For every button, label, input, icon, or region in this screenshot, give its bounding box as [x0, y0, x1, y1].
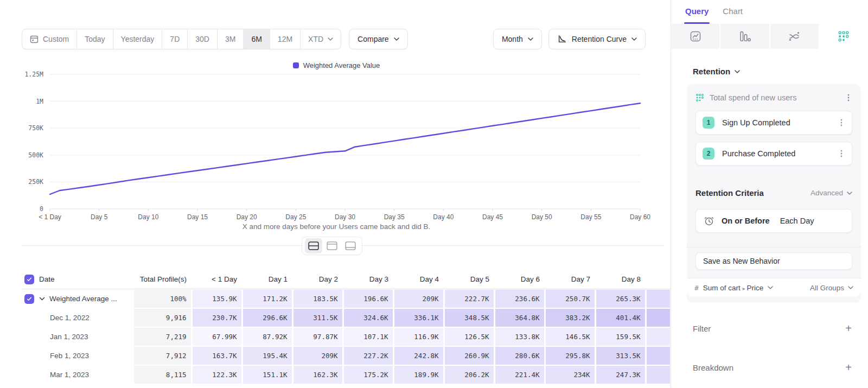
retention-value-cell: 175.2K [343, 365, 393, 384]
range-xtd[interactable]: XTD [301, 29, 341, 49]
behavior-icon [695, 93, 704, 102]
behavior-step-1[interactable]: 1 Sign Up Completed [695, 111, 852, 135]
row-checkbox[interactable] [24, 294, 34, 304]
svg-text:Day 50: Day 50 [532, 213, 552, 221]
column-header: Day 4 [393, 275, 444, 283]
chevron-down-icon [394, 37, 399, 41]
calendar-icon [30, 35, 39, 43]
measurement-dropdown[interactable]: Sum of cart ▸ Price [703, 284, 763, 292]
behavior-step-2[interactable]: 2 Purchase Completed [695, 142, 852, 166]
granularity-label: Month [502, 35, 523, 43]
column-header: Day 2 [292, 275, 343, 283]
retention-value-cell: 122.3K [192, 365, 242, 384]
svg-text:500K: 500K [28, 151, 43, 159]
layout-table-view-button[interactable] [342, 238, 359, 253]
tab-funnels[interactable] [720, 24, 770, 49]
retention-value-cell: 195.4K [242, 346, 292, 365]
measurement-row: # Sum of cart ▸ Price All Groups [687, 278, 861, 297]
retention-value-cell: 97.87K [292, 327, 343, 346]
table-row[interactable]: Weighted Average ...100%135.9K171.2K183.… [22, 289, 671, 308]
retention-value-cell-clipped [646, 289, 671, 308]
retention-value-cell: 295.8K [545, 346, 595, 365]
retention-value-cell: 401.4K [595, 308, 646, 327]
kebab-menu-icon[interactable] [838, 149, 845, 158]
card-divider [687, 247, 861, 247]
column-header: Total Profile(s) [133, 275, 192, 283]
retention-value-cell: 189.9K [393, 365, 444, 384]
all-groups-dropdown[interactable]: All Groups [810, 284, 853, 292]
row-checkbox[interactable] [24, 275, 34, 284]
add-filter-button[interactable]: + [845, 323, 852, 334]
add-breakdown-button[interactable]: + [845, 362, 852, 373]
range-today[interactable]: Today [77, 29, 113, 49]
table-row[interactable]: Mar 1, 20238,115122.3K151.1K162.3K175.2K… [22, 365, 671, 384]
retention-criteria-label: Retention Criteria [695, 188, 764, 198]
toolbar: CustomTodayYesterday7D30D3M6M12MXTD Comp… [22, 28, 646, 50]
range-custom[interactable]: Custom [22, 29, 77, 49]
retention-section-dropdown[interactable]: Retention [693, 67, 868, 76]
column-header: Day 5 [444, 275, 494, 283]
kebab-menu-icon[interactable] [845, 93, 852, 102]
tab-retention[interactable] [820, 24, 868, 49]
total-profiles-cell: 8,115 [133, 365, 192, 384]
tab-flows[interactable] [770, 24, 820, 49]
range-30d[interactable]: 30D [188, 29, 218, 49]
total-profiles-cell: 100% [133, 289, 192, 308]
advanced-dropdown[interactable]: Advanced [810, 189, 852, 197]
retention-value-cell: 67.99K [192, 327, 242, 346]
retention-value-cell-clipped [646, 327, 671, 346]
retention-value-cell: 222.7K [444, 289, 494, 308]
range-3m[interactable]: 3M [218, 29, 244, 49]
retention-curve-icon [557, 34, 567, 44]
range-12m[interactable]: 12M [270, 29, 301, 49]
range-6m[interactable]: 6M [244, 29, 270, 49]
svg-text:Day 35: Day 35 [384, 213, 405, 221]
retention-value-cell: 230.7K [192, 308, 242, 327]
flows-icon [788, 30, 800, 42]
retention-chart[interactable]: 0250K500K750K1M1.25M< 1 DayDay 5Day 10Da… [22, 59, 651, 221]
table-row[interactable]: Dec 1, 20229,916230.7K296.6K311.5K324.6K… [22, 308, 671, 327]
chart-caption: X and more days before your Users came b… [22, 222, 651, 231]
tab-query[interactable]: Query [685, 7, 709, 24]
table-row[interactable]: Jan 1, 20237,21967.99K87.92K97.87K107.1K… [22, 327, 671, 346]
compare-button[interactable]: Compare [349, 29, 408, 49]
panel-tabs: Query Chart [671, 0, 868, 24]
granularity-button[interactable]: Month [493, 29, 542, 49]
layout-toggle-group [302, 237, 362, 255]
section-title: Retention [693, 67, 730, 76]
report-type-tabs [671, 24, 868, 49]
retention-value-cell: 236.6K [494, 289, 545, 308]
retention-value-cell: 296.6K [242, 308, 292, 327]
layout-chart-view-button[interactable] [323, 238, 341, 253]
behavior-title: Total spend of new users [710, 93, 839, 102]
svg-text:Day 10: Day 10 [138, 213, 158, 221]
retention-condition[interactable]: On or Before Each Day [695, 209, 852, 233]
step-index-badge: 2 [703, 148, 714, 160]
breakdown-section: Breakdown + [693, 361, 852, 373]
kebab-menu-icon[interactable] [838, 118, 845, 127]
tab-chart[interactable]: Chart [723, 7, 743, 24]
layout-split-view-button[interactable] [305, 238, 322, 253]
svg-text:Day 40: Day 40 [433, 213, 454, 221]
svg-text:< 1 Day: < 1 Day [39, 213, 61, 221]
retention-value-cell: 159.5K [595, 327, 646, 346]
total-profiles-cell: 9,916 [133, 308, 192, 327]
table-row[interactable]: Feb 1, 20237,912163.7K195.4K209K227.2K24… [22, 346, 671, 365]
tab-insights[interactable] [671, 24, 720, 49]
save-as-new-behavior-button[interactable]: Save as New Behavior [695, 252, 852, 270]
range-7d[interactable]: 7D [162, 29, 188, 49]
filter-label: Filter [693, 324, 711, 333]
behavior-card: Total spend of new users 1 Sign Up Compl… [687, 84, 861, 303]
column-header: < 1 Day [192, 275, 242, 283]
row-label-cell: Jan 1, 2023 [22, 327, 133, 346]
retention-value-cell-clipped [646, 346, 671, 365]
retention-value-cell: 206.2K [444, 365, 494, 384]
column-header: Day 7 [545, 275, 595, 283]
retention-value-cell: 364.8K [494, 308, 545, 327]
expand-chevron-icon[interactable] [39, 297, 45, 301]
range-yesterday[interactable]: Yesterday [113, 29, 163, 49]
chart-type-button[interactable]: Retention Curve [548, 29, 646, 49]
retention-table: DateTotal Profile(s)< 1 DayDay 1Day 2Day… [22, 270, 671, 388]
chevron-down-icon [847, 192, 852, 195]
svg-text:Day 25: Day 25 [285, 213, 306, 221]
